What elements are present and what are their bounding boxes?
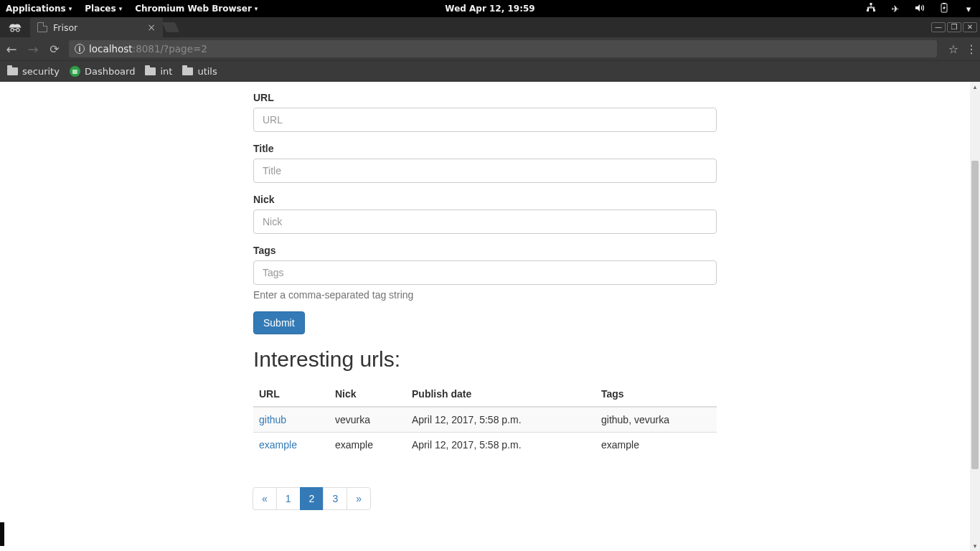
- page-3[interactable]: 3: [323, 487, 347, 510]
- applications-menu[interactable]: Applications ▾: [6, 4, 72, 14]
- col-url: URL: [253, 382, 329, 407]
- volume-icon[interactable]: [914, 3, 925, 15]
- page-prev[interactable]: «: [253, 487, 277, 510]
- new-tab-button[interactable]: [163, 17, 179, 37]
- toolbar: ← → ⟳ i localhost:8081/?page=2 ☆ ⋮: [0, 37, 980, 60]
- row-date: April 12, 2017, 5:58 p.m.: [406, 433, 595, 458]
- tags-help: Enter a comma-separated tag string: [253, 289, 717, 301]
- table-row: example example April 12, 2017, 5:58 p.m…: [253, 433, 717, 458]
- scrollbar-track[interactable]: ▴ ▾: [970, 82, 980, 551]
- row-nick: example: [329, 433, 406, 458]
- url-label: URL: [253, 92, 717, 103]
- row-url-link[interactable]: example: [259, 439, 297, 451]
- svg-rect-4: [943, 3, 946, 4]
- network-icon[interactable]: [865, 3, 877, 15]
- col-tags: Tags: [595, 382, 717, 407]
- app-menu[interactable]: Chromium Web Browser ▾: [135, 4, 258, 14]
- window-minimize[interactable]: —: [931, 22, 946, 32]
- airplane-icon[interactable]: ✈: [890, 4, 901, 14]
- bookmark-security[interactable]: security: [7, 66, 60, 77]
- urls-table: URL Nick Publish date Tags github vevurk…: [253, 382, 717, 457]
- tags-input[interactable]: [253, 260, 717, 285]
- svg-point-6: [17, 29, 19, 32]
- address-bar[interactable]: i localhost:8081/?page=2: [69, 40, 937, 57]
- bookmark-int[interactable]: int: [145, 66, 172, 77]
- row-tags: example: [595, 433, 717, 458]
- page-2[interactable]: 2: [300, 487, 324, 510]
- forward-button[interactable]: →: [26, 42, 40, 57]
- nick-input[interactable]: [253, 209, 717, 234]
- svg-point-5: [11, 29, 14, 32]
- row-tags: github, vevurka: [595, 407, 717, 433]
- col-nick: Nick: [329, 382, 406, 407]
- scroll-up-icon[interactable]: ▴: [970, 82, 980, 92]
- nick-label: Nick: [253, 194, 717, 205]
- row-nick: vevurka: [329, 407, 406, 433]
- back-button[interactable]: ←: [4, 42, 19, 57]
- folder-icon: [182, 67, 193, 75]
- tab-close-icon[interactable]: ×: [147, 22, 156, 32]
- tags-label: Tags: [253, 245, 717, 256]
- table-row: github vevurka April 12, 2017, 5:58 p.m.…: [253, 407, 717, 433]
- incognito-icon: [0, 17, 30, 37]
- row-url-link[interactable]: github: [259, 414, 286, 425]
- browser-menu-icon[interactable]: ⋮: [966, 42, 976, 56]
- folder-icon: [7, 67, 18, 75]
- table-header-row: URL Nick Publish date Tags: [253, 382, 717, 407]
- col-date: Publish date: [406, 382, 595, 407]
- tab-strip: Frisor × — ❐ ✕: [0, 17, 980, 37]
- section-title: Interesting urls:: [253, 347, 717, 372]
- window-maximize[interactable]: ❐: [947, 22, 961, 32]
- url-rest: :8081/?page=2: [133, 43, 207, 55]
- bookmark-dashboard[interactable]: ▦Dashboard: [70, 66, 136, 77]
- bookmark-star-icon[interactable]: ☆: [948, 42, 958, 56]
- title-input[interactable]: [253, 159, 717, 183]
- clock[interactable]: Wed Apr 12, 19:59: [445, 4, 534, 14]
- row-date: April 12, 2017, 5:58 p.m.: [406, 407, 595, 433]
- url-input[interactable]: [253, 108, 717, 132]
- submit-button[interactable]: Submit: [253, 311, 305, 334]
- bookmark-utils[interactable]: utils: [182, 66, 217, 77]
- page-next[interactable]: »: [347, 487, 371, 510]
- places-menu[interactable]: Places ▾: [85, 4, 122, 14]
- page-1[interactable]: 1: [276, 487, 301, 510]
- browser-tab[interactable]: Frisor ×: [30, 17, 163, 37]
- window-close[interactable]: ✕: [963, 22, 977, 32]
- scrollbar-thumb[interactable]: [971, 161, 979, 469]
- battery-icon[interactable]: [938, 3, 950, 15]
- folder-icon: [145, 67, 156, 75]
- url-host: localhost: [89, 43, 133, 55]
- scroll-down-icon[interactable]: ▾: [970, 541, 980, 551]
- page-icon: [37, 22, 47, 32]
- reload-button[interactable]: ⟳: [47, 42, 62, 56]
- system-menu[interactable]: ▾: [963, 4, 974, 14]
- site-info-icon[interactable]: i: [75, 44, 85, 54]
- tab-title: Frisor: [53, 22, 77, 33]
- taskbar-edge: [0, 522, 4, 546]
- pagination: « 1 2 3 »: [253, 487, 717, 510]
- dashboard-icon: ▦: [70, 66, 80, 77]
- viewport: URL Title Nick Tags Enter a comma-separa…: [0, 82, 980, 551]
- gnome-top-bar: Applications ▾ Places ▾ Chromium Web Bro…: [0, 0, 980, 17]
- bookmarks-bar: security ▦Dashboard int utils: [0, 60, 980, 82]
- browser-chrome: Frisor × — ❐ ✕ ← → ⟳ i localhost:8081/?p…: [0, 17, 980, 82]
- title-label: Title: [253, 143, 717, 154]
- svg-rect-0: [870, 3, 872, 5]
